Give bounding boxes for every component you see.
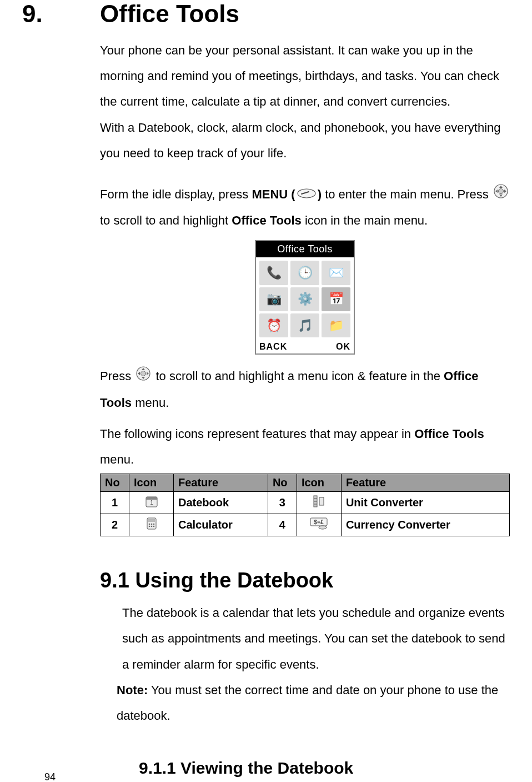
cell-feature: Datebook	[174, 492, 268, 514]
svg-point-20	[150, 526, 152, 527]
grid-icon: 🕒	[290, 261, 319, 285]
chapter-title: Office Tools	[100, 0, 239, 28]
svg-rect-15	[148, 519, 155, 522]
th-icon: Icon	[297, 474, 341, 492]
cell-feature: Calculator	[174, 514, 268, 536]
nav-instructions-2: Press to scroll to and highlight a menu …	[100, 363, 510, 415]
datebook-icon: 1	[144, 499, 159, 511]
cell-feature: Unit Converter	[341, 492, 509, 514]
th-icon: Icon	[129, 474, 174, 492]
note-label: Note:	[117, 683, 148, 697]
office-tools-screenshot: Office Tools 📞 🕒 ✉️ 📷 ⚙️ 📅 ⏰ 🎵 📁 BACK OK	[255, 240, 355, 355]
softkey-back: BACK	[259, 342, 287, 352]
features-table: No Icon Feature No Icon Feature 1 1 Date…	[100, 474, 510, 536]
table-header-row: No Icon Feature No Icon Feature	[101, 474, 510, 492]
screen-icon-grid: 📞 🕒 ✉️ 📷 ⚙️ 📅 ⏰ 🎵 📁	[256, 257, 354, 341]
table-row: 1 1 Datebook 3 Unit Converter	[101, 492, 510, 514]
svg-point-24	[319, 526, 327, 529]
svg-point-19	[148, 526, 150, 527]
nav-key-icon	[135, 365, 151, 390]
screen-titlebar: Office Tools	[256, 241, 354, 257]
menu-softkey-icon	[297, 182, 317, 208]
svg-point-21	[153, 526, 154, 527]
table-intro: The following icons represent features t…	[100, 421, 510, 472]
svg-text:1: 1	[150, 500, 153, 506]
grid-icon: 🎵	[290, 313, 319, 337]
intro-paragraph-2: With a Datebook, clock, alarm clock, and…	[100, 115, 510, 166]
th-feature: Feature	[174, 474, 268, 492]
section-9-1-1-heading: 9.1.1 Viewing the Datebook	[139, 759, 510, 778]
chapter-heading: 9. Office Tools	[22, 0, 510, 28]
svg-point-3	[498, 189, 503, 194]
cell-no: 2	[101, 514, 129, 536]
section-9-1-note: Note: You must set the correct time and …	[117, 678, 510, 729]
grid-icon: 📁	[322, 313, 350, 337]
cell-no: 3	[268, 492, 297, 514]
page-number: 94	[44, 771, 56, 782]
calculator-icon	[144, 521, 159, 533]
th-no: No	[101, 474, 129, 492]
grid-icon: 📅	[322, 287, 350, 311]
nav-key-icon	[493, 182, 509, 208]
svg-point-18	[153, 524, 154, 525]
th-feature: Feature	[341, 474, 509, 492]
screen-softkeys: BACK OK	[256, 341, 354, 353]
cell-feature: Currency Converter	[341, 514, 509, 536]
grid-icon: 📞	[259, 261, 288, 285]
section-9-1-heading: 9.1 Using the Datebook	[100, 569, 510, 592]
cell-no: 4	[268, 514, 297, 536]
table-row: 2 Calculator 4 $=£ Currency Converter	[101, 514, 510, 536]
currency-converter-icon: $=£	[309, 520, 328, 532]
nav-instructions-1: Form the idle display, press MENU () to …	[100, 182, 510, 233]
th-no: No	[268, 474, 297, 492]
intro-paragraph-1: Your phone can be your personal assistan…	[100, 38, 510, 115]
svg-text:$=£: $=£	[314, 519, 324, 525]
svg-point-5	[141, 371, 146, 376]
cell-icon	[129, 514, 174, 536]
grid-icon: 📷	[259, 287, 288, 311]
grid-icon: ⏰	[259, 313, 288, 337]
chapter-number: 9.	[22, 0, 100, 28]
grid-icon: ✉️	[322, 261, 350, 285]
svg-point-0	[298, 189, 315, 198]
section-9-1-p1: The datebook is a calendar that lets you…	[122, 600, 510, 678]
svg-point-16	[148, 524, 150, 525]
svg-point-17	[150, 524, 152, 525]
cell-no: 1	[101, 492, 129, 514]
svg-rect-10	[319, 497, 324, 505]
cell-icon	[297, 492, 341, 514]
grid-icon: ⚙️	[290, 287, 319, 311]
unit-converter-icon	[312, 499, 326, 511]
softkey-ok: OK	[336, 342, 350, 352]
cell-icon: 1	[129, 492, 174, 514]
cell-icon: $=£	[297, 514, 341, 536]
